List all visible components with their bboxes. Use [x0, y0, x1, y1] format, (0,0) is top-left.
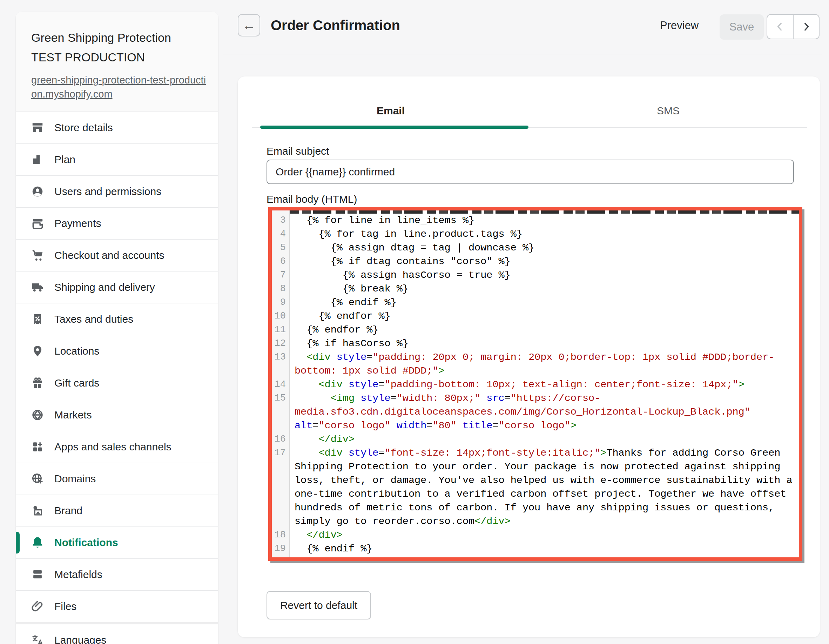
- sidebar-item-label: Apps and sales channels: [54, 441, 172, 453]
- code-line-content: {% endif %}: [290, 542, 796, 556]
- sidebar-item-label: Plan: [54, 154, 76, 166]
- email-body-editor[interactable]: 3 {% for line in line_items %}4 {% for t…: [268, 207, 802, 561]
- code-line-3: 3 {% for line in line_items %}: [272, 214, 799, 227]
- cart-icon: [30, 248, 44, 262]
- code-line-17: 17 <div style="font-size: 14px;font-styl…: [272, 446, 799, 528]
- sidebar-item-files[interactable]: Files: [16, 590, 218, 622]
- back-arrow-icon: ←: [242, 18, 255, 33]
- sidebar-item-taxes-and-duties[interactable]: Taxes and duties: [16, 303, 218, 335]
- tab-sms[interactable]: SMS: [530, 96, 807, 126]
- line-number: 9: [272, 296, 289, 309]
- preview-button[interactable]: Preview: [660, 19, 698, 32]
- code-line-10: 10 {% endfor %}: [272, 309, 799, 323]
- code-line-content: {% endfor %}: [290, 309, 796, 323]
- sidebar: Green Shipping Protection TEST PRODUCTIO…: [16, 11, 218, 644]
- sidebar-item-label: Store details: [54, 122, 113, 134]
- line-number: 16: [272, 432, 289, 446]
- sidebar-item-markets[interactable]: Markets: [16, 399, 218, 431]
- sidebar-item-users-and-permissions[interactable]: Users and permissions: [16, 175, 218, 207]
- email-subject-input[interactable]: [266, 159, 794, 184]
- sidebar-item-notifications[interactable]: Notifications: [16, 527, 218, 559]
- clipped-scrolled-line: [290, 210, 799, 214]
- sidebar-item-shipping-and-delivery[interactable]: Shipping and delivery: [16, 271, 218, 303]
- previous-notification-button[interactable]: [767, 15, 794, 39]
- sidebar-item-store-details[interactable]: Store details: [16, 112, 218, 144]
- translate-icon: [30, 633, 44, 644]
- sidebar-item-gift-cards[interactable]: Gift cards: [16, 367, 218, 399]
- receipt-percent-icon: [30, 312, 44, 326]
- next-notification-button[interactable]: [794, 15, 819, 39]
- revert-to-default-button[interactable]: Revert to default: [266, 591, 371, 619]
- settings-page: Green Shipping Protection TEST PRODUCTIO…: [0, 0, 829, 644]
- sidebar-item-label: Users and permissions: [54, 186, 161, 197]
- sidebar-item-label: Metafields: [54, 568, 102, 581]
- sidebar-item-domains[interactable]: Domains: [16, 462, 218, 494]
- code-line-7: 7 {% assign hasCorso = true %}: [272, 268, 799, 282]
- code-line-14: 14 <div style="padding-bottom: 10px; tex…: [272, 378, 799, 391]
- code-line-content: {% for tag in line.product.tags %}: [290, 227, 796, 241]
- header-divider: [223, 54, 822, 54]
- save-button[interactable]: Save: [720, 14, 764, 39]
- line-number: 7: [272, 268, 289, 282]
- code-line-12: 12 {% if hasCorso %}: [272, 337, 799, 350]
- email-body-label: Email body (HTML): [266, 193, 357, 205]
- page-title: Order Confirmation: [271, 17, 400, 33]
- sidebar-item-label: Checkout and accounts: [54, 249, 164, 261]
- store-header: Green Shipping Protection TEST PRODUCTIO…: [16, 11, 218, 112]
- code-line-content: </div>: [290, 432, 796, 446]
- truck-icon: [30, 280, 44, 294]
- line-number: 13: [272, 350, 289, 364]
- sidebar-item-label: Brand: [54, 505, 82, 517]
- sidebar-item-plan[interactable]: Plan: [16, 144, 218, 175]
- code-line-15: 15 <img style="width: 80px;" src="https:…: [272, 391, 799, 432]
- code-line-13: 13 <div style="padding: 20px 0; margin: …: [272, 350, 799, 378]
- code-line-16: 16 </div>: [272, 432, 799, 446]
- paperclip-icon: [30, 600, 44, 614]
- code-line-content: {% for line in line_items %}: [290, 214, 796, 227]
- code-line-8: 8 {% break %}: [272, 282, 799, 296]
- store-url-link[interactable]: green-shipping-protection-test-productio…: [31, 73, 206, 101]
- code-line-9: 9 {% endif %}: [272, 296, 799, 309]
- code-line-content: {% if dtag contains "corso" %}: [290, 255, 796, 268]
- line-number: 4: [272, 227, 289, 241]
- sidebar-item-locations[interactable]: Locations: [16, 335, 218, 367]
- code-editor-body: 3 {% for line in line_items %}4 {% for t…: [272, 210, 799, 557]
- sidebar-item-label: Languages: [54, 634, 106, 644]
- code-line-content: {% assign hasCorso = true %}: [290, 268, 796, 282]
- line-number: 18: [272, 528, 289, 542]
- sidebar-item-label: Shipping and delivery: [54, 281, 155, 293]
- line-number: 12: [272, 337, 289, 350]
- sidebar-item-checkout-and-accounts[interactable]: Checkout and accounts: [16, 239, 218, 271]
- sidebar-item-languages[interactable]: Languages: [16, 622, 218, 644]
- active-item-indicator: [16, 532, 20, 554]
- active-tab-indicator: [260, 126, 528, 129]
- bell-icon: [30, 536, 44, 550]
- store-name: Green Shipping Protection TEST PRODUCTIO…: [31, 28, 182, 67]
- globe-compass-icon: [30, 408, 44, 422]
- code-line-6: 6 {% if dtag contains "corso" %}: [272, 255, 799, 268]
- line-number: 14: [272, 378, 289, 391]
- sidebar-item-apps-and-sales-channels[interactable]: Apps and sales channels: [16, 431, 218, 462]
- line-number: 10: [272, 309, 289, 323]
- image-icon: [30, 504, 44, 518]
- sidebar-item-label: Gift cards: [54, 377, 99, 389]
- tab-email[interactable]: Email: [252, 96, 530, 126]
- sidebar-item-payments[interactable]: Payments: [16, 207, 218, 239]
- sidebar-item-label: Markets: [54, 409, 92, 421]
- code-line-content: <div style="padding-bottom: 10px; text-a…: [290, 378, 796, 391]
- chevron-right-icon: [802, 21, 811, 32]
- gift-icon: [30, 376, 44, 390]
- sidebar-item-label: Files: [54, 600, 76, 612]
- sidebar-menu: Store detailsPlanUsers and permissionsPa…: [16, 112, 218, 644]
- code-line-content: {% break %}: [290, 282, 796, 296]
- location-pin-icon: [30, 344, 44, 358]
- sidebar-item-label: Locations: [54, 345, 99, 357]
- sidebar-item-brand[interactable]: Brand: [16, 494, 218, 527]
- user-icon: [30, 185, 44, 199]
- sidebar-item-metafields[interactable]: Metafields: [16, 559, 218, 590]
- back-button[interactable]: ←: [238, 14, 260, 36]
- code-line-4: 4 {% for tag in line.product.tags %}: [272, 227, 799, 241]
- code-line-19: 19 {% endif %}: [272, 542, 799, 556]
- sidebar-item-label: Domains: [54, 473, 96, 485]
- code-line-content: {% if hasCorso %}: [290, 337, 796, 350]
